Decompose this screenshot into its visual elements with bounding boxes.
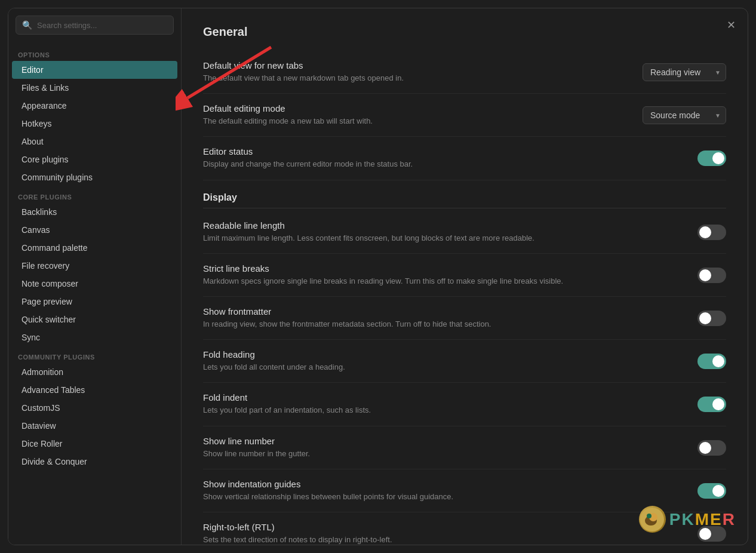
settings-modal: ✕ 🔍 Options Editor Files & Links Appeara… [8,8,748,545]
setting-fold-heading: Fold heading Lets you fold all content u… [203,340,726,383]
fold-indent-desc: Lets you fold part of an indentation, su… [203,405,686,416]
sidebar-item-hotkeys[interactable]: Hotkeys [12,115,177,133]
show-frontmatter-desc: In reading view, show the frontmatter me… [203,319,686,330]
setting-rtl: Right-to-left (RTL) Sets the text direct… [203,512,726,545]
show-line-number-desc: Show line number in the gutter. [203,448,686,459]
editor-status-toggle[interactable] [697,150,726,166]
sidebar-item-about[interactable]: About [12,133,177,150]
search-box[interactable]: 🔍 [16,16,174,35]
setting-show-indentation-guides: Show indentation guides Show vertical re… [203,469,726,512]
setting-show-line-number: Show line number Show line number in the… [203,426,726,469]
rtl-toggle[interactable] [697,526,726,542]
fold-heading-toggle[interactable] [697,354,726,369]
setting-default-view-desc: The default view that a new markdown tab… [203,73,631,84]
sidebar-item-sync[interactable]: Sync [12,328,177,346]
setting-editor-status-desc: Display and change the current editor mo… [203,159,686,170]
setting-strict-line-breaks: Strict line breaks Markdown specs ignore… [203,254,726,297]
setting-editing-mode-name: Default editing mode [203,103,631,113]
setting-editor-status-name: Editor status [203,146,686,156]
setting-readable-line-length: Readable line length Limit maximum line … [203,211,726,254]
show-indentation-guides-desc: Show vertical relationship lines between… [203,491,686,502]
setting-fold-indent: Fold indent Lets you fold part of an ind… [203,383,726,426]
options-section-label: Options [8,47,181,61]
setting-default-editing-mode: Default editing mode The default editing… [203,94,726,137]
sidebar-options-section: Options Editor Files & Links Appearance … [8,44,181,186]
sidebar-core-plugins-section: Core plugins Backlinks Canvas Command pa… [8,186,181,346]
rtl-name: Right-to-left (RTL) [203,522,686,532]
setting-show-frontmatter: Show frontmatter In reading view, show t… [203,297,726,340]
default-view-dropdown[interactable]: Reading view Editing view Source mode [643,63,726,81]
sidebar-item-dataview[interactable]: Dataview [12,417,177,435]
strict-line-breaks-desc: Markdown specs ignore single line breaks… [203,276,686,287]
fold-heading-desc: Lets you fold all content under a headin… [203,362,686,373]
show-indentation-guides-name: Show indentation guides [203,479,686,489]
sidebar-item-page-preview[interactable]: Page preview [12,293,177,311]
main-content: General Default view for new tabs The de… [182,8,748,545]
sidebar: 🔍 Options Editor Files & Links Appearanc… [8,8,182,545]
display-title: Display [203,192,726,203]
sidebar-item-advanced-tables[interactable]: Advanced Tables [12,381,177,399]
show-line-number-toggle[interactable] [697,440,726,456]
search-icon: 🔍 [22,20,32,30]
general-title: General [203,25,726,39]
setting-editing-mode-control[interactable]: Source mode Live Preview ▼ [643,106,726,124]
fold-heading-name: Fold heading [203,349,686,360]
strict-line-breaks-toggle[interactable] [697,268,726,283]
setting-default-view: Default view for new tabs The default vi… [203,51,726,94]
show-frontmatter-toggle[interactable] [697,311,726,326]
sidebar-item-quick-switcher[interactable]: Quick switcher [12,311,177,328]
sidebar-item-appearance[interactable]: Appearance [12,97,177,115]
sidebar-item-note-composer[interactable]: Note composer [12,275,177,293]
sidebar-item-command-palette[interactable]: Command palette [12,239,177,257]
rtl-desc: Sets the text direction of notes to disp… [203,534,686,545]
sidebar-item-divide-conquer[interactable]: Divide & Conquer [12,453,177,471]
community-plugins-section-label: Community plugins [8,349,181,363]
readable-line-length-desc: Limit maximum line length. Less content … [203,233,686,244]
strict-line-breaks-name: Strict line breaks [203,263,686,274]
sidebar-item-admonition[interactable]: Admonition [12,363,177,381]
show-line-number-name: Show line number [203,436,686,446]
divider [203,208,726,208]
fold-indent-toggle[interactable] [697,397,726,412]
setting-default-view-control[interactable]: Reading view Editing view Source mode ▼ [643,63,726,81]
sidebar-item-canvas[interactable]: Canvas [12,221,177,239]
editing-mode-dropdown[interactable]: Source mode Live Preview [643,106,726,124]
setting-default-view-name: Default view for new tabs [203,60,631,70]
sidebar-item-editor[interactable]: Editor [12,61,177,79]
search-input[interactable] [37,21,167,30]
sidebar-item-customjs[interactable]: CustomJS [12,399,177,417]
sidebar-community-plugins-section: Community plugins Admonition Advanced Ta… [8,346,181,471]
show-frontmatter-name: Show frontmatter [203,306,686,317]
sidebar-item-dice-roller[interactable]: Dice Roller [12,435,177,453]
sidebar-item-community-plugins[interactable]: Community plugins [12,168,177,186]
close-button[interactable]: ✕ [723,17,739,33]
readable-line-length-name: Readable line length [203,220,686,231]
setting-editor-status: Editor status Display and change the cur… [203,137,726,180]
readable-line-length-toggle[interactable] [697,225,726,240]
sidebar-item-core-plugins[interactable]: Core plugins [12,150,177,168]
core-plugins-section-label: Core plugins [8,189,181,203]
sidebar-item-files-links[interactable]: Files & Links [12,79,177,97]
setting-editing-mode-desc: The default editing mode a new tab will … [203,116,631,127]
fold-indent-name: Fold indent [203,392,686,403]
sidebar-item-file-recovery[interactable]: File recovery [12,257,177,275]
sidebar-item-backlinks[interactable]: Backlinks [12,203,177,221]
show-indentation-guides-toggle[interactable] [697,483,726,499]
